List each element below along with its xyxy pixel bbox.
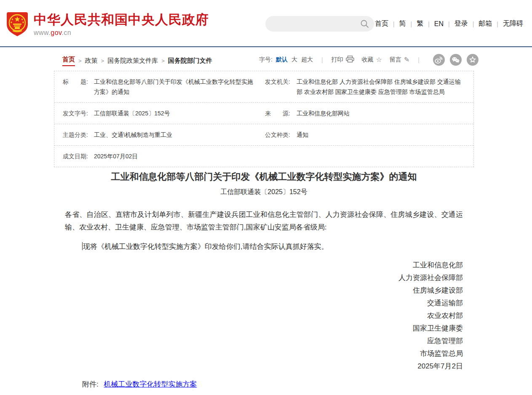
search-icon[interactable]: [360, 19, 369, 28]
nav-separator: |: [448, 21, 450, 27]
nav-english[interactable]: EN: [434, 20, 444, 28]
site-url-gov: gov: [51, 29, 61, 36]
nav-separator: |: [411, 21, 412, 27]
nav-home[interactable]: 首页: [375, 19, 388, 28]
share-buttons: [428, 54, 479, 66]
article-title: 工业和信息化部等八部门关于印发《机械工业数字化转型实施方案》的通知: [54, 171, 474, 183]
document-article: 工业和信息化部等八部门关于印发《机械工业数字化转型实施方案》的通知 工信部联通装…: [54, 171, 474, 389]
nav-separator: |: [393, 21, 395, 27]
meta-value-issuing-agency: 工业和信息化部 人力资源社会保障部 住房城乡建设部 交通运输部 农业农村部 国家…: [297, 77, 473, 97]
site-url: www.gov.cn: [34, 29, 209, 37]
weibo-share-icon[interactable]: [433, 54, 445, 66]
meta-label-source: 来 源:: [265, 108, 297, 118]
search-input[interactable]: [265, 16, 374, 32]
national-emblem-icon: [6, 11, 29, 37]
search-box: [265, 16, 374, 32]
meta-row-date: 成文日期: 2025年07月02日: [54, 145, 473, 167]
signature-block: 工业和信息化部 人力资源社会保障部 住房城乡建设部 交通运输部 农业农村部 国家…: [54, 259, 474, 373]
document-meta-table: 标 题: 工业和信息化部等八部门关于印发《机械工业数字化转型实施方案》的通知 发…: [54, 71, 474, 167]
meta-label-doc-number: 发文字号:: [54, 108, 94, 118]
signature-date: 2025年7月2日: [54, 360, 463, 373]
article-toolbar: 字号: 默认 大 超大 | 打印 收藏 ☆ 留言 ✎ |: [259, 55, 479, 64]
meta-label-issuing-agency: 发文机关:: [265, 77, 297, 97]
breadcrumb-policy-library[interactable]: 国务院政策文件库: [107, 57, 158, 65]
text-cursor: [82, 242, 83, 250]
meta-value-doc-type: 通知: [297, 130, 473, 140]
star-icon: ☆: [376, 56, 382, 63]
nav-accessibility[interactable]: 无障碍: [503, 19, 523, 28]
meta-value-topic-category: 工业、交通\机械制造与重工业: [94, 130, 265, 140]
article-paragraph-recipients: 各省、自治区、直辖市及计划单列市、新疆生产建设兵团工业和信息化主管部门、人力资源…: [65, 208, 463, 234]
font-size-label: 字号:: [259, 56, 273, 64]
attachment-label: 附件:: [82, 380, 99, 388]
article-body: 各省、自治区、直辖市及计划单列市、新疆生产建设兵团工业和信息化主管部门、人力资源…: [54, 208, 474, 253]
meta-label-title: 标 题:: [54, 77, 94, 97]
site-title: 中华人民共和国中央人民政府: [34, 13, 209, 27]
site-header: 中华人民共和国中央人民政府 www.gov.cn 首页|简|繁|EN|登录|邮箱…: [0, 0, 532, 47]
nav-mail[interactable]: 邮箱: [479, 19, 492, 28]
signature-agency: 人力资源社会保障部: [54, 272, 463, 284]
breadcrumb-home[interactable]: 首页: [62, 56, 75, 66]
article-doc-number: 工信部联通装〔2025〕152号: [54, 188, 474, 197]
meta-label-topic-category: 主题分类:: [54, 130, 94, 140]
meta-row-title: 标 题: 工业和信息化部等八部门关于印发《机械工业数字化转型实施方案》的通知 发…: [54, 71, 473, 102]
meta-value-doc-number: 工信部联通装〔2025〕152号: [94, 108, 265, 118]
comment-label: 留言: [390, 56, 401, 64]
toolbar-divider: |: [418, 56, 420, 63]
page: 中华人民共和国中央人民政府 www.gov.cn 首页|简|繁|EN|登录|邮箱…: [0, 0, 532, 395]
signature-agency: 农业农村部: [54, 310, 463, 322]
breadcrumb-separator: >: [78, 58, 82, 64]
meta-label-doc-type: 公文种类:: [265, 130, 297, 140]
nav-login[interactable]: 登录: [454, 19, 468, 28]
breadcrumb-separator: >: [161, 58, 165, 64]
favorite-label: 收藏: [362, 56, 374, 64]
nav-separator: |: [428, 21, 430, 27]
pencil-icon: ✎: [404, 56, 409, 63]
favorite-button[interactable]: 收藏 ☆: [362, 56, 382, 64]
signature-agency: 市场监管总局: [54, 347, 463, 360]
meta-row-docnumber: 发文字号: 工信部联通装〔2025〕152号 来 源: 工业和信息化部网站: [54, 102, 473, 124]
nav-simplified[interactable]: 简: [399, 19, 406, 28]
top-nav: 首页|简|繁|EN|登录|邮箱|无障碍: [375, 19, 523, 28]
nav-separator: |: [473, 21, 474, 27]
printer-icon: [346, 56, 354, 64]
comment-button[interactable]: 留言 ✎: [390, 56, 409, 64]
meta-value-issue-date: 2025年07月02日: [94, 151, 265, 161]
print-button[interactable]: 打印: [331, 56, 354, 64]
signature-agency: 应急管理部: [54, 335, 463, 347]
print-label: 打印: [331, 56, 343, 64]
signature-agency: 工业和信息化部: [54, 259, 463, 272]
site-url-cn: .cn: [61, 29, 71, 36]
meta-label-issue-date: 成文日期:: [54, 151, 94, 161]
font-size-default-button[interactable]: 默认: [276, 56, 288, 64]
nav-separator: |: [497, 21, 498, 27]
meta-value-source: 工业和信息化部网站: [297, 108, 473, 118]
meta-row-category: 主题分类: 工业、交通\机械制造与重工业 公文种类: 通知: [54, 124, 473, 145]
signature-agency: 交通运输部: [54, 297, 463, 310]
signature-agency: 住房城乡建设部: [54, 284, 463, 297]
attachment-row: 附件: 机械工业数字化转型实施方案: [54, 379, 474, 389]
font-size-xlarge-button[interactable]: 超大: [301, 56, 313, 64]
breadcrumb-current-page: 国务院部门文件: [168, 57, 212, 65]
font-size-large-button[interactable]: 大: [291, 56, 297, 64]
article-paragraph-main: 现将《机械工业数字化转型实施方案》印发给你们,请结合实际认真抓好落实。: [65, 240, 463, 253]
meta-value-title: 工业和信息化部等八部门关于印发《机械工业数字化转型实施方案》的通知: [94, 77, 265, 97]
toolbar-divider: |: [321, 56, 323, 63]
national-emblem-logo[interactable]: [6, 11, 29, 37]
signature-agency: 国家卫生健康委: [54, 322, 463, 335]
breadcrumb: 首页 > 政策 > 国务院政策文件库 > 国务院部门文件: [62, 56, 212, 66]
article-paragraph-main-text: 现将《机械工业数字化转型实施方案》印发给你们,请结合实际认真抓好落实。: [83, 243, 329, 251]
attachment-link[interactable]: 机械工业数字化转型实施方案: [104, 380, 197, 388]
breadcrumb-separator: >: [101, 58, 104, 64]
wechat-share-icon[interactable]: [450, 54, 462, 66]
favorite-share-icon[interactable]: [467, 54, 479, 66]
site-url-www: www.: [34, 29, 51, 36]
breadcrumb-policy[interactable]: 政策: [85, 57, 98, 65]
site-brand[interactable]: 中华人民共和国中央人民政府 www.gov.cn: [34, 13, 209, 37]
nav-traditional[interactable]: 繁: [417, 19, 423, 28]
